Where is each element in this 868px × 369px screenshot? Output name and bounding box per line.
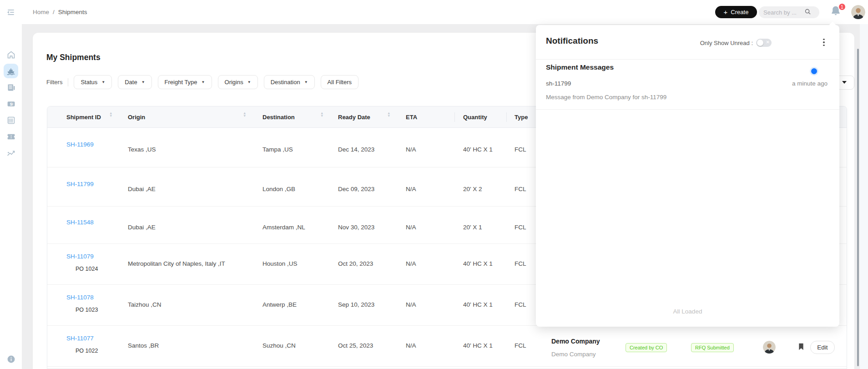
bookmark-icon[interactable]: [797, 343, 805, 351]
type-cell: FCL: [515, 146, 526, 153]
quantity-cell: 20' X 1: [463, 224, 482, 231]
origin-cell: Dubai ,AE: [128, 186, 156, 192]
filter-pill-status[interactable]: Status▼: [74, 75, 112, 89]
notifications-bell[interactable]: 1: [830, 5, 845, 21]
breadcrumb-home[interactable]: Home: [33, 9, 49, 15]
chevron-down-icon: ▼: [304, 80, 308, 84]
type-cell: FCL: [515, 342, 526, 349]
column-header-shipment-id[interactable]: Shipment ID: [66, 106, 101, 128]
notifications-title: Notifications: [546, 36, 598, 46]
filter-pill-label: Destination: [271, 79, 300, 86]
quantity-cell: 40' HC X 1: [463, 301, 493, 308]
destination-cell: Houston ,US: [262, 260, 298, 267]
ready-date-cell: Oct 25, 2023: [338, 342, 373, 349]
column-header-origin[interactable]: Origin: [128, 106, 145, 128]
quantity-cell: 40' HC X 1: [463, 342, 493, 349]
filter-pill-date[interactable]: Date▼: [118, 75, 151, 89]
sidebar: $: [0, 0, 22, 369]
notifications-panel: Notifications Only Show Unread : ✕ Shipm…: [536, 25, 839, 327]
filter-pill-label: Origins: [225, 79, 243, 86]
news-icon[interactable]: [5, 82, 16, 93]
ticket-icon[interactable]: [5, 131, 16, 142]
ready-date-cell: Oct 20, 2023: [338, 260, 373, 267]
eta-cell: N/A: [406, 186, 416, 192]
unread-toggle[interactable]: ✕: [756, 39, 772, 47]
shipment-id-link[interactable]: SH-11077: [66, 335, 94, 342]
assignee-avatar[interactable]: [763, 341, 776, 354]
all-loaded-text: All Loaded: [536, 308, 839, 315]
search-input[interactable]: [763, 9, 804, 16]
column-divider: [506, 112, 507, 122]
column-header-type: Type: [515, 106, 528, 128]
type-cell: FCL: [515, 186, 526, 192]
collapse-sidebar-icon[interactable]: [5, 7, 16, 18]
filters-divider: [68, 78, 68, 86]
app-root: My Shipments Filters Status▼Date▼Freight…: [0, 0, 868, 369]
filter-pill-label: Status: [81, 79, 97, 86]
table-row-sh-11077: SH-11077PO 1022Santos ,BRSuzhou ,CNOct 2…: [47, 326, 847, 367]
origin-cell: Taizhou ,CN: [128, 301, 161, 308]
notification-ref[interactable]: sh-11799: [546, 80, 571, 87]
column-divider: [454, 112, 455, 122]
sort-arrows-icon[interactable]: ▲▼: [109, 112, 112, 117]
info-icon[interactable]: [5, 354, 16, 364]
breadcrumb-separator: /: [53, 9, 55, 15]
right-gutter: [860, 24, 868, 369]
shipment-id-link[interactable]: SH-11969: [66, 141, 94, 148]
unread-dot: [811, 68, 817, 74]
eta-cell: N/A: [406, 224, 416, 231]
quantity-cell: 40' HC X 1: [463, 260, 493, 267]
create-button-label: Create: [731, 9, 748, 15]
column-header-quantity: Quantity: [463, 106, 487, 128]
vertical-scrollbar[interactable]: [857, 49, 859, 366]
column-header-destination[interactable]: Destination: [262, 106, 295, 128]
edit-button[interactable]: Edit: [810, 341, 835, 354]
page-title: My Shipments: [46, 53, 101, 62]
breadcrumb: Home / Shipments: [33, 9, 87, 15]
filter-pill-origins[interactable]: Origins▼: [218, 75, 258, 89]
sort-arrows-icon[interactable]: ▲▼: [243, 112, 246, 117]
only-show-unread-label: Only Show Unread :: [676, 40, 753, 46]
filter-pill-all-filters[interactable]: All Filters: [321, 75, 358, 89]
shipment-id-link[interactable]: SH-11799: [66, 181, 94, 187]
create-button[interactable]: + Create: [715, 6, 757, 18]
billing-icon[interactable]: $: [5, 98, 16, 109]
breadcrumb-current: Shipments: [58, 9, 87, 15]
sort-arrows-icon[interactable]: ▲▼: [320, 112, 323, 117]
svg-text:$: $: [10, 102, 12, 106]
filter-pill-destination[interactable]: Destination▼: [264, 75, 315, 89]
kebab-menu-icon[interactable]: [820, 37, 828, 48]
eta-cell: N/A: [406, 301, 416, 308]
toggle-off-icon: ✕: [766, 40, 770, 45]
filter-pill-label: Freight Type: [165, 79, 197, 86]
home-icon[interactable]: [5, 49, 16, 60]
status-badge: RFQ Submitted: [691, 343, 734, 352]
user-avatar[interactable]: [851, 5, 865, 19]
shipment-id-link[interactable]: SH-11548: [66, 219, 94, 226]
sort-arrows-icon[interactable]: ▲▼: [387, 112, 390, 117]
shipment-id-link[interactable]: SH-11079: [66, 253, 94, 260]
search-box[interactable]: [759, 6, 819, 18]
filter-pill-label: All Filters: [328, 79, 352, 86]
chevron-down-icon: ▼: [101, 80, 105, 84]
analytics-icon[interactable]: [5, 148, 16, 159]
eta-cell: N/A: [406, 260, 416, 267]
filters-row: Filters Status▼Date▼Freight Type▼Origins…: [46, 75, 364, 89]
eta-cell: N/A: [406, 342, 416, 349]
plus-icon: +: [724, 9, 728, 15]
type-cell: FCL: [515, 224, 526, 231]
sidebar-item-shipments[interactable]: [5, 66, 16, 76]
type-cell: FCL: [515, 260, 526, 267]
notification-message[interactable]: Message from Demo Company for sh-11799: [546, 94, 666, 101]
orders-list-icon[interactable]: [5, 115, 16, 126]
ready-date-cell: Dec 14, 2023: [338, 146, 374, 153]
company-subname: Demo Company: [551, 351, 596, 358]
notification-timestamp: a minute ago: [792, 80, 828, 87]
column-header-ready-date[interactable]: Ready Date: [338, 106, 370, 128]
filter-pill-freight-type[interactable]: Freight Type▼: [158, 75, 212, 89]
status-badge: Created by CO: [626, 343, 667, 352]
destination-cell: Amsterdam ,NL: [262, 224, 305, 231]
shipment-id-link[interactable]: SH-11078: [66, 294, 94, 301]
destination-cell: Tampa ,US: [262, 146, 293, 153]
top-bar: Home / Shipments + Create 1: [0, 0, 868, 24]
